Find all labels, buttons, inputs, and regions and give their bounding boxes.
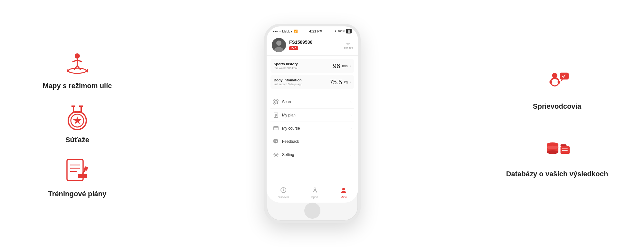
feature-training: Tréningové plány [26,157,129,198]
plan-label: My plan [282,113,347,117]
svg-line-2 [72,60,77,62]
database-label: Databázy o vašich výsledkoch [506,170,608,178]
phone-container: ●●●○○ ●●●○○ BELL ▾ BELL ▾ 📶 4:21 PM ✦ 10… [129,24,496,223]
svg-point-64 [547,150,558,154]
maps-label: Mapy s režimom ulíc [43,82,112,90]
setting-chevron: › [350,153,352,157]
svg-rect-30 [274,103,275,104]
training-label: Tréningové plány [48,190,107,198]
svg-rect-22 [78,174,87,178]
feature-maps: Mapy s režimom ulíc [26,49,129,90]
svg-rect-28 [274,100,275,101]
svg-rect-58 [558,81,560,84]
feedback-label: Feedback [282,139,347,144]
sport-label: Sport [311,196,318,199]
course-label: My course [282,126,347,131]
sports-history-card[interactable]: Sports history this week 586 kcal 96 min… [270,59,354,73]
scan-chevron: › [350,100,352,104]
mine-label: Mine [341,196,347,199]
edit-info-button[interactable]: ✏ edit info [344,41,353,49]
course-chevron: › [350,126,352,130]
menu-feedback[interactable]: Feedback › [270,135,354,148]
nav-mine[interactable]: Mine [340,187,347,199]
sports-history-sub: this week 586 kcal [274,67,298,70]
svg-rect-41 [274,140,278,142]
pencil-icon: ✏ [346,41,350,46]
bottom-nav: Discover Sport [267,184,358,203]
svg-rect-24 [84,166,88,171]
phone: ●●●○○ ●●●○○ BELL ▾ BELL ▾ 📶 4:21 PM ✦ 10… [264,24,361,223]
svg-point-45 [275,154,277,156]
svg-point-0 [75,53,80,59]
body-info-sub: last record 3 days ago [274,83,302,86]
feedback-chevron: › [350,140,352,143]
page-wrapper: Mapy s režimom ulíc Súťaže [0,0,644,247]
guides-label: Sprievodcovia [533,102,581,111]
sports-history-value: 96 min › [333,62,351,70]
svg-point-52 [314,188,316,190]
sport-icon [312,187,318,195]
menu-my-plan[interactable]: My plan › [270,109,354,122]
status-carrier: ●●●○○ ●●●○○ BELL ▾ BELL ▾ 📶 [273,30,298,33]
discover-icon [280,187,287,195]
profile-level: LV.8 [289,46,298,50]
status-time: 4:21 PM [309,29,323,33]
avatar [272,38,286,52]
feature-database: Databázy o vašich výsledkoch [506,136,608,178]
svg-rect-29 [277,100,278,101]
profile-name: FS1589536 [289,40,344,45]
sports-history-title: Sports history [274,62,298,66]
svg-marker-61 [561,79,564,82]
feature-guides: Sprievodcovia [533,69,581,111]
svg-marker-11 [73,116,81,124]
left-features: Mapy s režimom ulíc Súťaže [26,49,129,198]
competitions-label: Súťaže [65,136,89,144]
phone-screen: ●●●○○ ●●●○○ BELL ▾ BELL ▾ 📶 4:21 PM ✦ 10… [267,26,358,203]
body-info-card[interactable]: Body infomation last record 3 days ago 7… [270,75,354,89]
setting-label: Setting [282,152,347,157]
svg-rect-66 [561,146,570,154]
body-info-chevron: › [350,80,351,84]
svg-line-3 [77,60,82,62]
sports-history-chevron: › [350,64,351,68]
svg-line-5 [77,66,80,70]
nav-discover[interactable]: Discover [278,187,289,199]
svg-marker-44 [275,142,276,143]
plan-icon [273,112,279,118]
body-info-title: Body infomation [274,78,302,82]
sports-history-info: Sports history this week 586 kcal [274,62,298,70]
body-info-number: 75.5 [329,78,342,86]
svg-point-65 [547,146,558,149]
training-icon [63,157,92,186]
medal-icon [63,103,92,132]
scan-icon [273,99,279,105]
home-button[interactable] [304,203,320,219]
menu-my-course[interactable]: My course › [270,122,354,135]
profile-info: FS1589536 LV.8 [289,40,344,50]
menu-scan[interactable]: Scan › [270,96,354,109]
svg-point-59 [552,73,557,78]
svg-point-55 [342,188,345,190]
mine-icon [340,187,347,195]
setting-icon [273,152,279,158]
course-icon [273,125,279,131]
guides-icon [543,69,572,98]
status-bar: ●●●○○ ●●●○○ BELL ▾ BELL ▾ 📶 4:21 PM ✦ 10… [267,26,358,35]
status-battery: ✦ 100% ▓ [334,29,352,33]
svg-line-4 [74,66,77,70]
body-info-info: Body infomation last record 3 days ago [274,78,302,86]
maps-icon [63,49,92,78]
menu-section: Scan › My plan [267,94,358,184]
sports-history-unit: min [342,64,348,68]
menu-setting[interactable]: Setting › [270,148,354,161]
svg-rect-57 [550,81,552,84]
nav-sport[interactable]: Sport [311,187,318,199]
svg-point-6 [68,68,86,73]
sports-history-number: 96 [333,62,340,70]
feature-competitions: Súťaže [26,103,129,144]
svg-point-47 [283,189,284,191]
right-features: Sprievodcovia Databázy o [496,69,618,178]
stats-section: Sports history this week 586 kcal 96 min… [267,56,358,94]
svg-rect-34 [274,113,278,117]
discover-label: Discover [278,196,289,199]
